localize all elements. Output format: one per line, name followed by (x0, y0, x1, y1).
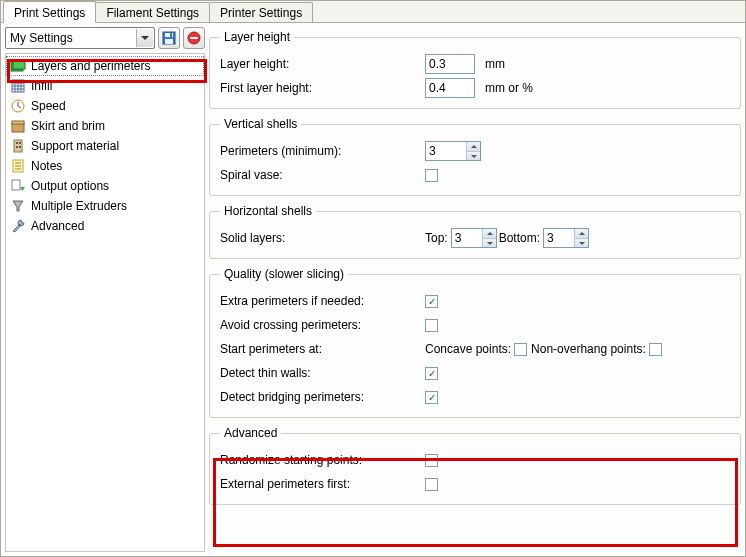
sidebar-item-label: Advanced (31, 219, 84, 233)
external-first-label: External perimeters first: (220, 477, 425, 491)
sidebar-nav: Layers and perimeters Infill Speed (5, 53, 205, 552)
svg-rect-5 (190, 37, 198, 39)
tab-filament-settings[interactable]: Filament Settings (95, 2, 210, 22)
output-icon (10, 178, 26, 194)
sidebar-item-label: Skirt and brim (31, 119, 105, 133)
thin-walls-checkbox[interactable]: ✓ (425, 367, 438, 380)
svg-rect-22 (19, 142, 21, 144)
sidebar-item-skirt[interactable]: Skirt and brim (6, 116, 204, 136)
sidebar-item-layers[interactable]: Layers and perimeters (6, 56, 204, 76)
group-legend: Layer height (220, 30, 294, 44)
start-perimeters-label: Start perimeters at: (220, 342, 425, 356)
sidebar-item-label: Output options (31, 179, 109, 193)
sidebar-item-label: Speed (31, 99, 66, 113)
sidebar-item-speed[interactable]: Speed (6, 96, 204, 116)
svg-rect-24 (19, 146, 21, 148)
sidebar-item-notes[interactable]: Notes (6, 156, 204, 176)
sidebar-item-infill[interactable]: Infill (6, 76, 204, 96)
disk-icon (162, 31, 176, 45)
concave-checkbox[interactable] (514, 343, 527, 356)
avoid-crossing-checkbox[interactable] (425, 319, 438, 332)
group-horizontal-shells: Horizontal shells Solid layers: Top: 3 B… (209, 204, 741, 259)
building-icon (10, 138, 26, 154)
infill-icon (10, 78, 26, 94)
tab-printer-settings[interactable]: Printer Settings (209, 2, 313, 22)
top-label: Top: (425, 231, 448, 245)
bottom-label: Bottom: (499, 231, 540, 245)
concave-label: Concave points: (425, 342, 511, 356)
sidebar-item-output[interactable]: Output options (6, 176, 204, 196)
sidebar-item-support[interactable]: Support material (6, 136, 204, 156)
svg-rect-2 (165, 39, 173, 44)
layer-height-unit: mm (485, 57, 505, 71)
nonoverhang-label: Non-overhang points: (531, 342, 646, 356)
sidebar-item-label: Multiple Extruders (31, 199, 127, 213)
preset-label: My Settings (10, 31, 73, 45)
sidebar-item-label: Infill (31, 79, 52, 93)
spiral-vase-checkbox[interactable] (425, 169, 438, 182)
bridging-checkbox[interactable]: ✓ (425, 391, 438, 404)
top-layers-spinner[interactable]: 3 (451, 228, 497, 248)
save-preset-button[interactable] (158, 27, 180, 49)
perimeters-label: Perimeters (minimum): (220, 144, 425, 158)
sidebar-item-label: Notes (31, 159, 62, 173)
funnel-icon (10, 198, 26, 214)
solid-layers-label: Solid layers: (220, 231, 425, 245)
svg-rect-7 (13, 60, 25, 69)
nonoverhang-checkbox[interactable] (649, 343, 662, 356)
main-tabs: Print Settings Filament Settings Printer… (1, 1, 745, 23)
delete-preset-button[interactable] (183, 27, 205, 49)
group-legend: Quality (slower slicing) (220, 267, 348, 281)
sidebar-item-advanced[interactable]: Advanced (6, 216, 204, 236)
randomize-checkbox[interactable] (425, 454, 438, 467)
svg-rect-23 (16, 146, 18, 148)
group-legend: Vertical shells (220, 117, 301, 131)
external-first-checkbox[interactable] (425, 478, 438, 491)
group-legend: Horizontal shells (220, 204, 316, 218)
first-layer-height-label: First layer height: (220, 81, 425, 95)
group-advanced: Advanced Randomize starting points: Exte… (209, 426, 741, 505)
svg-rect-21 (16, 142, 18, 144)
first-layer-height-unit: mm or % (485, 81, 533, 95)
thin-walls-label: Detect thin walls: (220, 366, 425, 380)
layers-icon (10, 58, 26, 74)
extra-perimeters-label: Extra perimeters if needed: (220, 294, 425, 308)
tab-print-settings[interactable]: Print Settings (3, 1, 96, 23)
extra-perimeters-checkbox[interactable]: ✓ (425, 295, 438, 308)
svg-rect-19 (12, 121, 24, 124)
bottom-layers-spinner[interactable]: 3 (543, 228, 589, 248)
spiral-vase-label: Spiral vase: (220, 168, 425, 182)
group-vertical-shells: Vertical shells Perimeters (minimum): 3 … (209, 117, 741, 196)
avoid-crossing-label: Avoid crossing perimeters: (220, 318, 425, 332)
settings-panel: Layer height Layer height: 0.3 mm First … (209, 27, 741, 552)
group-legend: Advanced (220, 426, 281, 440)
randomize-label: Randomize starting points: (220, 453, 425, 467)
bridging-label: Detect bridging perimeters: (220, 390, 425, 404)
sidebar-item-label: Support material (31, 139, 119, 153)
first-layer-height-input[interactable]: 0.4 (425, 78, 475, 98)
perimeters-spinner[interactable]: 3 (425, 141, 481, 161)
wrench-icon (10, 218, 26, 234)
layer-height-input[interactable]: 0.3 (425, 54, 475, 74)
svg-rect-3 (170, 33, 172, 37)
svg-rect-29 (12, 180, 20, 190)
sidebar-item-label: Layers and perimeters (31, 59, 150, 73)
group-quality: Quality (slower slicing) Extra perimeter… (209, 267, 741, 418)
sidebar-item-extruders[interactable]: Multiple Extruders (6, 196, 204, 216)
preset-select[interactable]: My Settings (5, 27, 155, 49)
note-icon (10, 158, 26, 174)
layer-height-label: Layer height: (220, 57, 425, 71)
clock-icon (10, 98, 26, 114)
delete-icon (187, 31, 201, 45)
box-icon (10, 118, 26, 134)
group-layer-height: Layer height Layer height: 0.3 mm First … (209, 30, 741, 109)
